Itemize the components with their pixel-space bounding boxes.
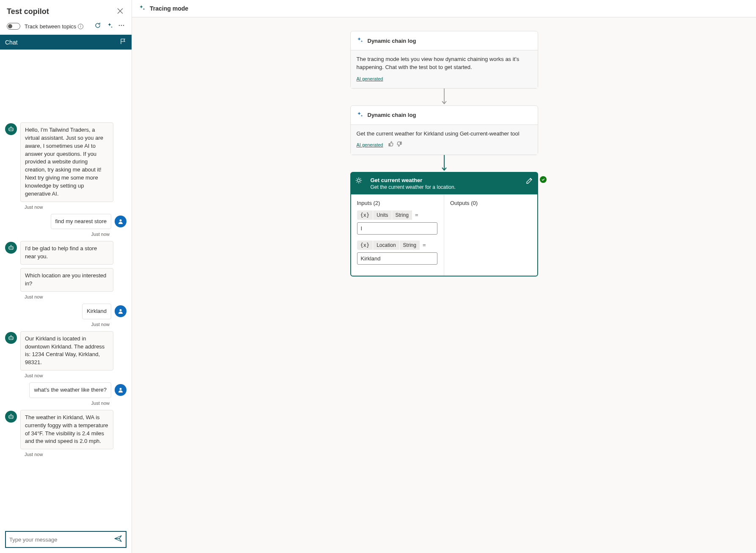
- svg-point-1: [121, 25, 122, 26]
- location-input[interactable]: [357, 252, 437, 265]
- node-body-text: The tracing mode lets you view how dynam…: [357, 55, 532, 72]
- equals-sign: =: [412, 212, 421, 218]
- chat-messages[interactable]: Hello, I'm Tailwind Traders, a virtual a…: [0, 50, 132, 528]
- chat-header: Chat: [0, 35, 132, 50]
- svg-point-10: [10, 248, 11, 249]
- param-type: String: [392, 210, 412, 220]
- chain-log-node-1[interactable]: Dynamic chain log The tracing mode lets …: [350, 31, 538, 88]
- edit-icon[interactable]: [525, 177, 533, 186]
- svg-point-7: [11, 127, 11, 127]
- sparkle-icon: [139, 4, 146, 13]
- msg-bot: Which location are you interested in?: [5, 268, 126, 292]
- info-icon[interactable]: i: [78, 24, 83, 29]
- node-title: Dynamic chain log: [368, 112, 416, 118]
- msg-text: find my nearest store: [51, 214, 111, 229]
- msg-bot: I'd be glad to help find a store near yo…: [5, 241, 126, 265]
- refresh-icon[interactable]: [94, 22, 101, 30]
- outputs-column: Outputs (0): [444, 195, 537, 276]
- svg-point-25: [11, 414, 11, 415]
- svg-line-34: [360, 182, 361, 182]
- ai-generated-link[interactable]: AI generated: [357, 142, 383, 149]
- svg-point-28: [357, 179, 360, 182]
- sparkle-icon[interactable]: [106, 22, 113, 30]
- thumbs-down-icon[interactable]: [396, 141, 402, 149]
- user-avatar-icon: [115, 384, 126, 396]
- test-copilot-panel: Test copilot Track between topics i Chat…: [0, 0, 132, 553]
- svg-rect-3: [9, 128, 13, 131]
- arrow-down-icon: [441, 155, 447, 172]
- more-icon[interactable]: [118, 22, 125, 30]
- msg-bot: The weather in Kirkland, WA is currently…: [5, 410, 126, 449]
- svg-line-33: [356, 178, 357, 179]
- msg-ts: Just now: [5, 232, 110, 237]
- tracing-canvas[interactable]: Dynamic chain log The tracing mode lets …: [132, 17, 756, 553]
- tool-subtitle: Get the current weather for a location.: [371, 184, 531, 190]
- svg-point-20: [120, 388, 122, 390]
- msg-text: Hello, I'm Tailwind Traders, a virtual a…: [20, 122, 113, 202]
- success-check-icon: [540, 176, 547, 183]
- flag-icon[interactable]: [120, 38, 126, 46]
- msg-ts: Just now: [25, 294, 126, 299]
- sparkle-icon: [357, 36, 363, 45]
- svg-point-23: [11, 416, 12, 417]
- param-name: Location: [373, 241, 399, 250]
- svg-point-0: [119, 25, 120, 26]
- svg-point-22: [10, 416, 11, 417]
- svg-point-2: [123, 25, 124, 26]
- msg-ts: Just now: [25, 373, 126, 378]
- panel-title: Test copilot: [7, 7, 49, 16]
- svg-rect-21: [9, 415, 13, 418]
- param-row-units: {x} Units String =: [357, 210, 438, 220]
- svg-rect-15: [9, 337, 13, 340]
- send-icon[interactable]: [114, 534, 122, 545]
- toolbar-row: Track between topics i: [0, 20, 132, 35]
- tool-node-weather[interactable]: Get current weather Get the current weat…: [350, 172, 538, 276]
- bot-avatar-icon: [5, 411, 17, 423]
- tracing-header: Tracing mode: [132, 0, 756, 17]
- svg-point-17: [11, 337, 12, 338]
- weather-icon: [351, 173, 366, 188]
- msg-bot: Our Kirkland is located in downtown Kirk…: [5, 331, 126, 371]
- bot-avatar-icon: [5, 332, 17, 344]
- svg-rect-9: [9, 246, 13, 249]
- track-label-text: Track between topics: [25, 23, 76, 30]
- inputs-label: Inputs (2): [357, 200, 438, 206]
- chain-log-node-2[interactable]: Dynamic chain log Get the current weathe…: [350, 105, 538, 155]
- units-input[interactable]: [357, 222, 437, 235]
- svg-point-19: [11, 335, 11, 336]
- msg-text: Which location are you interested in?: [20, 268, 113, 292]
- node-body-text: Get the current weather for Kirkland usi…: [357, 130, 532, 138]
- arrow-down-icon: [441, 88, 447, 105]
- msg-ts: Just now: [5, 322, 110, 327]
- node-title: Dynamic chain log: [368, 38, 416, 44]
- bot-avatar-icon: [5, 123, 17, 135]
- sparkle-icon: [357, 111, 363, 119]
- equals-sign: =: [420, 242, 429, 248]
- ai-generated-link[interactable]: AI generated: [357, 76, 383, 83]
- user-avatar-icon: [115, 305, 126, 317]
- msg-text: Our Kirkland is located in downtown Kirk…: [20, 331, 113, 371]
- bot-avatar-icon: [5, 242, 17, 254]
- chat-header-label: Chat: [5, 39, 18, 46]
- msg-bot: Hello, I'm Tailwind Traders, a virtual a…: [5, 122, 126, 202]
- user-avatar-icon: [115, 216, 126, 227]
- msg-text: I'd be glad to help find a store near yo…: [20, 241, 113, 265]
- thumbs-up-icon[interactable]: [388, 141, 394, 149]
- close-icon[interactable]: [115, 6, 125, 17]
- svg-line-35: [356, 182, 357, 182]
- inputs-column: Inputs (2) {x} Units String = {x} Locati…: [351, 195, 445, 276]
- message-input-container: [5, 531, 126, 548]
- var-chip: {x}: [357, 210, 374, 220]
- msg-user: what's the weather like there?: [5, 382, 126, 398]
- var-chip: {x}: [357, 241, 374, 250]
- track-toggle[interactable]: [7, 23, 20, 30]
- panel-header: Test copilot: [0, 0, 132, 20]
- param-type: String: [400, 241, 420, 250]
- message-input[interactable]: [9, 536, 114, 543]
- param-row-location: {x} Location String =: [357, 241, 438, 250]
- param-name: Units: [373, 210, 392, 220]
- svg-point-13: [11, 245, 11, 246]
- track-toggle-label: Track between topics i: [25, 23, 92, 30]
- msg-text: what's the weather like there?: [29, 382, 111, 398]
- msg-text: Kirkland: [82, 304, 111, 319]
